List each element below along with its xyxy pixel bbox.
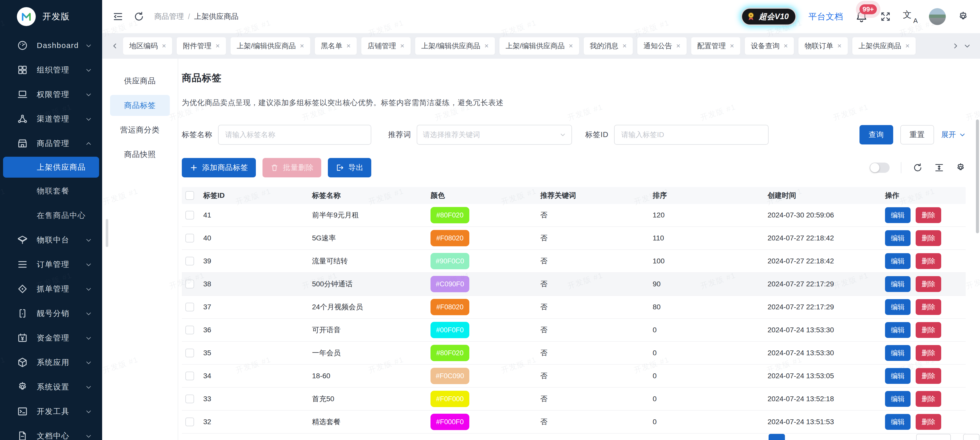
menu-fold-icon[interactable] [112, 11, 124, 22]
tab[interactable]: 上架/编辑供应商品 × [415, 37, 495, 55]
sidebar-item[interactable]: 开发工具 [0, 399, 102, 424]
row-checkbox[interactable] [185, 418, 194, 426]
subsidebar-item[interactable]: 商品标签 [110, 95, 170, 116]
delete-button[interactable]: 删除 [916, 391, 941, 407]
sidebar-item[interactable]: 渠道管理 [0, 107, 102, 131]
tab-close-icon[interactable]: × [162, 42, 166, 50]
tab[interactable]: 我的消息 × [584, 37, 633, 55]
tab-close-icon[interactable]: × [622, 42, 627, 50]
page-scrollbar[interactable] [976, 119, 979, 233]
sidebar-subitem[interactable]: 在售商品中心 [0, 203, 102, 228]
tab-close-icon[interactable]: × [905, 42, 910, 50]
delete-button[interactable]: 删除 [916, 276, 941, 292]
tab-close-icon[interactable]: × [784, 42, 788, 50]
delete-button[interactable]: 删除 [916, 253, 941, 269]
sidebar-item[interactable]: Dashboard [0, 33, 102, 58]
edit-button[interactable]: 编辑 [885, 276, 910, 292]
tab-close-icon[interactable]: × [676, 42, 680, 50]
delete-button[interactable]: 删除 [916, 230, 941, 246]
edit-button[interactable]: 编辑 [885, 299, 910, 315]
sidebar-item[interactable]: 文档中心 [0, 424, 102, 440]
delete-button[interactable]: 删除 [916, 207, 941, 223]
edit-button[interactable]: 编辑 [885, 391, 910, 407]
search-button[interactable]: 查询 [859, 125, 893, 145]
fullscreen-icon[interactable] [880, 11, 891, 22]
tab-close-icon[interactable]: × [400, 42, 404, 50]
sidebar-scrollbar[interactable] [106, 219, 108, 247]
row-checkbox[interactable] [185, 395, 194, 403]
row-checkbox[interactable] [185, 372, 194, 380]
row-checkbox[interactable] [185, 280, 194, 288]
tab[interactable]: 配置管理 × [691, 37, 740, 55]
sidebar-item[interactable]: 抓单管理 [0, 276, 102, 301]
reset-button[interactable]: 重置 [900, 125, 934, 145]
delete-button[interactable]: 删除 [916, 299, 941, 315]
sidebar-item[interactable]: 资金管理 [0, 326, 102, 350]
pagination-page-size[interactable] [916, 434, 951, 440]
tabs-scroll-right-icon[interactable] [952, 42, 959, 49]
add-tag-button[interactable]: 添加商品标签 [182, 158, 256, 177]
tab[interactable]: 附件管理 × [177, 37, 226, 55]
tab-close-icon[interactable]: × [300, 42, 304, 50]
keyword-select[interactable]: 请选择推荐关键词 [417, 125, 572, 145]
tab[interactable]: 通知公告 × [637, 37, 686, 55]
logo[interactable]: 开发版 [0, 0, 102, 33]
toggle-switch[interactable] [870, 162, 889, 173]
tab[interactable]: 店铺管理 × [361, 37, 410, 55]
tab[interactable]: 物联订单 × [799, 37, 848, 55]
density-icon[interactable] [934, 162, 944, 173]
row-checkbox[interactable] [185, 234, 194, 243]
gear-icon[interactable] [958, 11, 969, 22]
row-checkbox[interactable] [185, 211, 194, 219]
select-all-checkbox[interactable] [185, 191, 194, 200]
tag-name-input[interactable] [218, 125, 371, 145]
tab-close-icon[interactable]: × [837, 42, 842, 50]
pagination-jump[interactable] [963, 434, 980, 440]
subsidebar-item[interactable]: 供应商品 [110, 70, 170, 91]
row-checkbox[interactable] [185, 349, 194, 357]
sidebar-subitem[interactable]: 物联套餐 [0, 179, 102, 203]
sidebar-item[interactable]: 靓号分销 [0, 301, 102, 326]
sidebar-item[interactable]: 物联中台 [0, 228, 102, 252]
tab[interactable]: 上架供应商品 × [852, 37, 916, 55]
sidebar-item[interactable]: 订单管理 [0, 252, 102, 276]
edit-button[interactable]: 编辑 [885, 322, 910, 338]
tab-close-icon[interactable]: × [347, 42, 351, 50]
row-checkbox[interactable] [185, 257, 194, 265]
vip-badge[interactable]: 超会V10 [741, 7, 797, 26]
platform-docs-link[interactable]: 平台文档 [808, 11, 843, 22]
edit-button[interactable]: 编辑 [885, 253, 910, 269]
delete-button[interactable]: 删除 [916, 345, 941, 361]
sidebar-item[interactable]: 系统应用 [0, 350, 102, 375]
sidebar-item[interactable]: 组织管理 [0, 58, 102, 82]
delete-button[interactable]: 删除 [916, 368, 941, 384]
export-button[interactable]: 导出 [328, 158, 371, 177]
sidebar-item[interactable]: 权限管理 [0, 82, 102, 107]
refresh-icon[interactable] [133, 11, 145, 22]
reload-icon[interactable] [913, 162, 923, 173]
tabs-scroll-left-icon[interactable] [111, 42, 118, 49]
column-settings-icon[interactable] [956, 162, 966, 173]
delete-button[interactable]: 删除 [916, 322, 941, 338]
language-icon[interactable]: 文A [903, 10, 917, 23]
avatar[interactable] [929, 8, 946, 25]
sidebar-subitem[interactable]: 上架供应商品 [3, 157, 99, 178]
sidebar-item[interactable]: 商品管理 [0, 131, 102, 156]
sidebar-item[interactable]: 系统设置 [0, 375, 102, 399]
delete-button[interactable]: 删除 [916, 414, 941, 430]
row-checkbox[interactable] [185, 326, 194, 334]
breadcrumb-parent[interactable]: 商品管理 [154, 11, 184, 22]
row-checkbox[interactable] [185, 303, 194, 311]
pagination-current-page[interactable] [768, 434, 785, 440]
tab[interactable]: 设备查询 × [745, 37, 794, 55]
tab[interactable]: 上架/编辑供应商品 × [500, 37, 579, 55]
tab-close-icon[interactable]: × [569, 42, 573, 50]
edit-button[interactable]: 编辑 [885, 207, 910, 223]
edit-button[interactable]: 编辑 [885, 368, 910, 384]
subsidebar-item[interactable]: 营运商分类 [110, 119, 170, 140]
tab-close-icon[interactable]: × [215, 42, 220, 50]
tab[interactable]: 地区编码 × [123, 37, 172, 55]
edit-button[interactable]: 编辑 [885, 345, 910, 361]
tab-close-icon[interactable]: × [484, 42, 488, 50]
edit-button[interactable]: 编辑 [885, 230, 910, 246]
